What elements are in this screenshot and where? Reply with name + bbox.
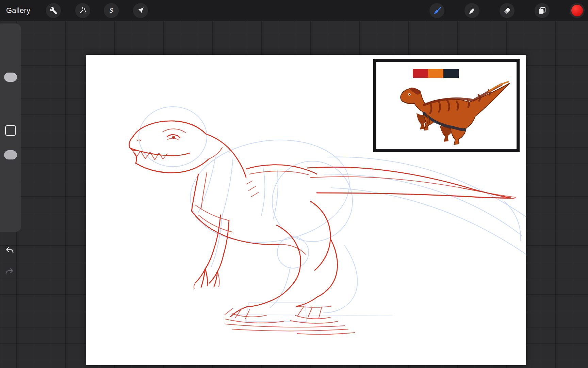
redo-icon — [4, 266, 15, 276]
undo-button[interactable] — [3, 243, 16, 257]
layers-button[interactable] — [535, 3, 550, 18]
top-toolbar: Gallery S — [0, 0, 588, 21]
layers-icon — [538, 6, 546, 15]
paint-brush-icon — [432, 6, 441, 15]
palette-swatch-red — [413, 69, 428, 78]
selection-s-icon: S — [107, 6, 115, 15]
selection-button[interactable]: S — [104, 3, 119, 18]
transform-button[interactable] — [133, 3, 148, 18]
reference-image-frame — [373, 59, 520, 152]
gallery-button[interactable]: Gallery — [6, 0, 30, 21]
reference-color-palette — [413, 69, 459, 78]
ink-lines — [129, 121, 516, 334]
eraser-tool-button[interactable] — [500, 3, 514, 18]
active-color-swatch-icon — [571, 5, 583, 16]
procreate-workspace: { "topbar": { "gallery_label": "Gallery"… — [0, 0, 588, 368]
brush-sidebar — [0, 24, 21, 232]
brush-tool-button[interactable] — [429, 3, 444, 18]
reference-image — [376, 62, 517, 149]
redo-button[interactable] — [3, 264, 16, 278]
actions-button[interactable] — [46, 3, 61, 18]
adjustments-button[interactable] — [75, 3, 90, 18]
undo-icon — [4, 245, 15, 255]
palette-swatch-navy — [443, 69, 459, 78]
eraser-icon — [503, 6, 511, 15]
svg-text:S: S — [110, 7, 113, 14]
smudge-tool-button[interactable] — [464, 3, 479, 18]
magic-wand-icon — [79, 6, 87, 15]
palette-swatch-orange — [428, 69, 443, 78]
color-button[interactable] — [570, 3, 585, 18]
drawing-canvas[interactable] — [86, 55, 526, 365]
wrench-icon — [49, 6, 58, 15]
modify-button[interactable] — [5, 125, 16, 136]
transform-arrow-icon — [136, 6, 145, 15]
brush-size-slider[interactable] — [4, 73, 17, 82]
opacity-slider[interactable] — [4, 150, 17, 159]
smudge-icon — [468, 6, 476, 15]
